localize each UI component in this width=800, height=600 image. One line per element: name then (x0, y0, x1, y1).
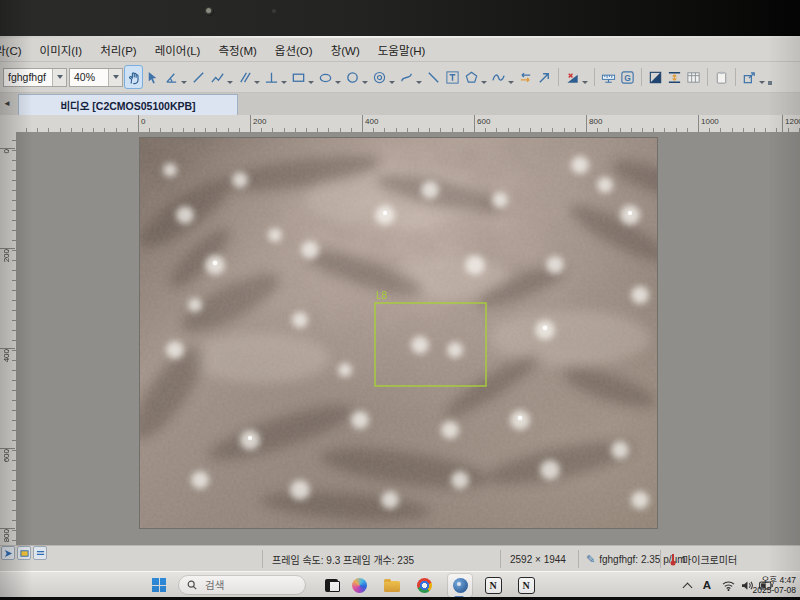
toolbar-overflow-icon[interactable] (768, 81, 772, 85)
arrow-tool-icon[interactable] (536, 66, 553, 88)
ime-indicator[interactable]: A (698, 576, 716, 594)
text-tool-icon[interactable] (444, 66, 461, 88)
tool-dropdown-icon[interactable] (281, 81, 287, 84)
angle-options-icon[interactable] (564, 66, 581, 88)
tool-dropdown-icon[interactable] (416, 81, 422, 84)
select-arrow-icon[interactable] (144, 66, 161, 88)
parallel-lines-icon[interactable] (236, 66, 253, 88)
hruler-label: 400 (362, 115, 378, 132)
hruler-label: 1200 (782, 115, 800, 132)
tray-chevron-icon[interactable] (678, 576, 696, 594)
toolbar-separator (735, 68, 736, 86)
tool-dropdown-icon[interactable] (335, 81, 341, 84)
copilot-icon[interactable] (350, 576, 368, 594)
polyline-tool-icon[interactable] (209, 66, 226, 88)
compare-arrows-icon[interactable] (517, 66, 534, 88)
menu-image[interactable]: 이미지(I) (31, 42, 92, 58)
task-view-icon[interactable] (322, 576, 340, 594)
rectangle-tool-icon[interactable] (290, 66, 307, 88)
tool-dropdown-icon[interactable] (362, 81, 368, 84)
status-separator (578, 550, 579, 568)
export-icon[interactable] (741, 66, 758, 88)
tool-dropdown-icon[interactable] (759, 81, 765, 84)
tool-dropdown-icon[interactable] (181, 81, 187, 84)
calibration-preset-value: fghgfhgf (4, 71, 52, 83)
taskbar-clock[interactable]: 오후 4:47 2025-07-08 (753, 575, 796, 595)
photo-of-monitor: 라(C) 이미지(I) 처리(P) 레이어(L) 측정(M) 옵션(O) 창(W… (0, 0, 800, 600)
menu-layer[interactable]: 레이어(L) (146, 42, 210, 58)
clipboard-icon[interactable] (713, 66, 730, 88)
image-canvas[interactable]: L8 (16, 132, 800, 545)
tab-video-camera[interactable]: 비디오 [C2CMOS05100KPB] (18, 94, 238, 116)
toolbar-separator (707, 68, 708, 86)
grid-icon[interactable]: G (619, 66, 636, 88)
hruler-label: 600 (474, 115, 490, 132)
vruler-label: 200 (2, 249, 11, 262)
taskbar-search[interactable] (178, 575, 306, 595)
menu-options[interactable]: 옵션(O) (266, 42, 322, 58)
measurement-table-icon[interactable] (685, 66, 702, 88)
combo-caret-icon[interactable] (52, 69, 66, 86)
search-input[interactable] (203, 578, 287, 592)
live-microscope-image[interactable]: L8 (140, 138, 657, 528)
notes-app-icon-1[interactable]: N (484, 576, 502, 594)
webcam-led-icon (272, 9, 276, 13)
tab-scroll-left-icon[interactable]: ◄ (3, 99, 11, 108)
notes-app-icon-2[interactable]: N (517, 576, 535, 594)
calibration-preset-combo[interactable]: fghgfhgf (3, 68, 67, 87)
zoom-level-value: 40% (70, 71, 108, 83)
perpendicular-icon[interactable] (263, 66, 280, 88)
ellipse-tool-icon[interactable] (317, 66, 334, 88)
mini-grid-icon[interactable] (33, 546, 47, 560)
chrome-icon[interactable] (415, 576, 433, 594)
ruler-corner (0, 115, 17, 133)
toolbar: fghgfhgf 40% (0, 62, 800, 93)
freehand-curve-icon[interactable] (490, 66, 507, 88)
curve-connector-icon[interactable] (398, 66, 415, 88)
windows-start-icon[interactable] (150, 576, 168, 594)
tool-dropdown-icon[interactable] (481, 81, 487, 84)
menu-window[interactable]: 창(W) (322, 42, 369, 58)
concentric-circles-icon[interactable] (371, 66, 388, 88)
document-tab-bar: ◄ 비디오 [C2CMOS05100KPB] (0, 93, 800, 116)
tool-dropdown-icon[interactable] (308, 81, 314, 84)
mini-nav-icon[interactable] (1, 546, 15, 560)
fit-width-icon[interactable] (666, 66, 683, 88)
file-explorer-icon[interactable] (383, 576, 401, 594)
tool-dropdown-icon[interactable] (227, 81, 233, 84)
mini-label-icon[interactable] (17, 546, 31, 560)
menu-process[interactable]: 처리(P) (91, 42, 146, 58)
horizontal-ruler: 0 200 400 600 800 1000 1200 (16, 115, 800, 133)
combo-caret-icon[interactable] (108, 69, 122, 86)
circle-tool-icon[interactable] (344, 66, 361, 88)
tool-dropdown-icon[interactable] (389, 81, 395, 84)
contrast-split-icon[interactable] (647, 66, 664, 88)
wifi-icon[interactable] (719, 576, 737, 594)
diagonal-line-icon[interactable] (425, 66, 442, 88)
roi-label: L8 (376, 290, 388, 301)
unit-text: 마이크로미터 (682, 552, 737, 567)
menu-camera[interactable]: 라(C) (0, 42, 31, 58)
tool-dropdown-icon[interactable] (254, 81, 260, 84)
clock-time: 오후 4:47 (753, 575, 796, 585)
calibration-ruler-icon[interactable] (600, 66, 617, 88)
menu-bar: 라(C) 이미지(I) 처리(P) 레이어(L) 측정(M) 옵션(O) 창(W… (0, 38, 800, 62)
angle-tool-icon[interactable] (163, 66, 180, 88)
clock-date: 2025-07-08 (753, 585, 796, 595)
menu-measure[interactable]: 측정(M) (209, 42, 265, 58)
line-tool-icon[interactable] (190, 66, 207, 88)
zoom-level-combo[interactable]: 40% (69, 68, 123, 87)
tool-dropdown-icon[interactable] (582, 81, 588, 84)
vruler-label: 400 (2, 349, 11, 362)
tool-dropdown-icon[interactable] (508, 81, 514, 84)
webcam-icon (205, 7, 214, 16)
menu-help[interactable]: 도움말(H) (369, 42, 435, 58)
vruler-label: 0 (2, 149, 11, 153)
pan-hand-icon[interactable] (125, 66, 142, 88)
polygon-tool-icon[interactable] (463, 66, 480, 88)
hruler-label: 0 (138, 115, 145, 132)
microscope-app-icon[interactable] (447, 573, 473, 598)
vruler-label: 800 (2, 529, 11, 542)
svg-text:G: G (624, 72, 631, 82)
status-separator (660, 550, 661, 568)
